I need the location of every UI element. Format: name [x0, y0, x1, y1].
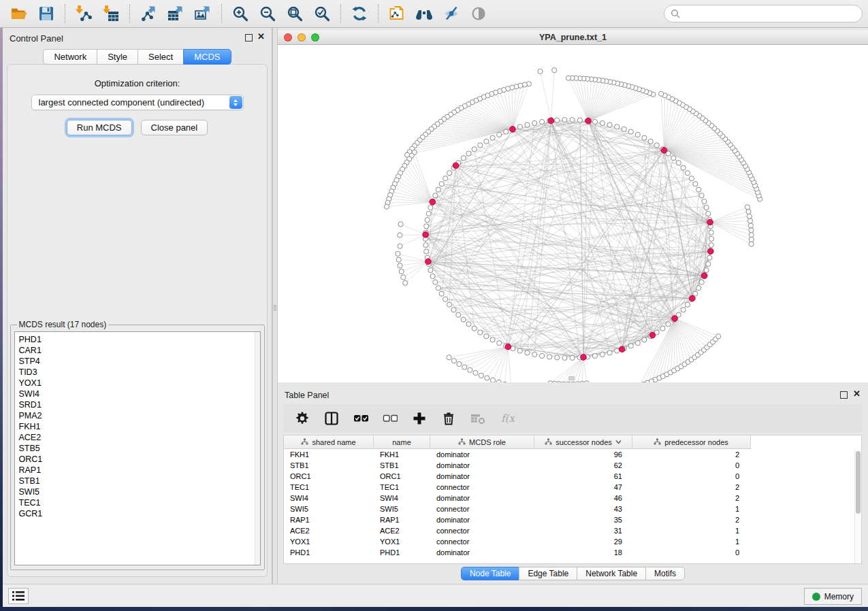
copy-document-share-button[interactable] [383, 2, 411, 25]
export-table-button[interactable] [162, 2, 189, 25]
close-panel-button[interactable]: Close panel [141, 120, 208, 135]
search-input[interactable] [684, 9, 856, 18]
vertical-splitter[interactable] [272, 28, 278, 584]
mcds-result-item[interactable]: PMA2 [19, 410, 253, 421]
horizontal-splitter-handle[interactable] [568, 376, 575, 380]
mcds-result-item[interactable]: SRD1 [19, 399, 253, 410]
mcds-result-item[interactable]: TEC1 [19, 497, 253, 508]
refresh-layout-button[interactable] [346, 2, 373, 25]
minimize-window-icon[interactable] [298, 33, 306, 42]
mcds-result-item[interactable]: SWI4 [19, 389, 253, 399]
mcds-result-item[interactable]: ACE2 [19, 432, 253, 443]
search-box[interactable] [664, 5, 863, 22]
mcds-result-list[interactable]: PHD1CAR1STP4TID3YOX1SWI4SRD1PMA2FKH1ACE2… [14, 331, 261, 565]
column-label: predecessor nodes [664, 438, 728, 446]
show-graphics-details-button[interactable] [465, 2, 492, 25]
network-canvas[interactable] [278, 45, 868, 382]
column-header-name[interactable]: name [374, 435, 430, 448]
table-scrollbar-thumb[interactable] [856, 451, 861, 514]
column-header-successor-nodes[interactable]: successor nodes [534, 435, 632, 448]
table-scrollbar[interactable] [854, 449, 861, 563]
table-row[interactable]: PHD1PHD1dominator180 [284, 547, 861, 558]
cell-predecessor-nodes: 2 [632, 494, 750, 502]
zoom-out-icon [259, 5, 276, 22]
select-all-button[interactable] [352, 410, 370, 427]
mcds-result-item[interactable]: RAP1 [19, 465, 253, 476]
import-network-button[interactable] [70, 2, 97, 25]
import-table-icon [102, 5, 120, 22]
export-network-button[interactable] [135, 2, 162, 25]
column-header-predecessor-nodes[interactable]: predecessor nodes [632, 435, 750, 448]
tab-select[interactable]: Select [138, 49, 184, 65]
deselect-all-button[interactable] [381, 410, 399, 427]
mcds-result-item[interactable]: SWI5 [19, 486, 253, 497]
table-row[interactable]: SWI5SWI5connector431 [284, 503, 861, 514]
mcds-result-item[interactable]: ORC1 [19, 454, 253, 465]
column-header-shared-name[interactable]: shared name [284, 435, 374, 448]
cell-shared-name: TEC1 [284, 483, 374, 491]
table-row[interactable]: FKH1FKH1dominator962 [284, 449, 861, 460]
vertical-splitter-handle[interactable] [274, 305, 276, 311]
memory-status-icon [812, 593, 820, 601]
delete-row-button[interactable] [440, 410, 457, 427]
mcds-result-item[interactable]: STP4 [19, 356, 253, 367]
memory-button[interactable]: Memory [804, 588, 862, 605]
tab-mcds[interactable]: MCDS [183, 49, 231, 65]
close-table-panel-icon[interactable]: ✕ [853, 389, 861, 399]
float-panel-icon[interactable] [245, 34, 253, 42]
close-window-icon[interactable] [284, 33, 292, 42]
mcds-result-item[interactable]: TID3 [19, 367, 253, 378]
table-row[interactable]: ORC1ORC1dominator610 [284, 471, 861, 482]
tab-edge-table[interactable]: Edge Table [519, 567, 577, 580]
tab-network[interactable]: Network [43, 49, 97, 65]
tab-style[interactable]: Style [97, 49, 138, 65]
network-window-titlebar[interactable]: YPA_prune.txt_1 [278, 31, 868, 45]
mcds-result-item[interactable]: CAR1 [19, 345, 253, 356]
mcds-result-item[interactable]: PHD1 [19, 334, 253, 345]
search-network-button[interactable] [411, 2, 438, 25]
task-history-button[interactable] [8, 588, 29, 604]
settings-gear-button[interactable] [293, 410, 311, 427]
maximize-window-icon[interactable] [311, 33, 319, 42]
mcds-result-item[interactable]: FKH1 [19, 421, 253, 432]
network-graph[interactable] [278, 45, 868, 382]
mcds-result-item[interactable]: STB5 [19, 443, 253, 454]
add-row-button[interactable] [411, 410, 428, 427]
export-image-button[interactable] [189, 2, 216, 25]
tab-network-table[interactable]: Network Table [577, 567, 646, 580]
zoom-in-button[interactable] [227, 2, 254, 25]
mcds-result-item[interactable]: YOX1 [19, 378, 253, 389]
table-row[interactable]: TEC1TEC1connector472 [284, 482, 861, 493]
show-columns-button[interactable] [323, 410, 340, 427]
zoom-selected-button[interactable] [308, 2, 336, 25]
column-type-icon [301, 438, 308, 446]
float-table-panel-icon[interactable] [840, 391, 848, 399]
cell-predecessor-nodes: 2 [632, 516, 750, 524]
run-mcds-button[interactable]: Run MCDS [67, 120, 132, 135]
column-header-mcds-role[interactable]: MCDS role [430, 435, 534, 448]
table-row[interactable]: YOX1YOX1connector291 [284, 536, 861, 547]
mcds-result-item[interactable]: STB1 [19, 476, 253, 486]
table-row[interactable]: STB1STB1dominator620 [284, 460, 861, 471]
open-file-button[interactable] [5, 2, 33, 25]
table-row[interactable]: RAP1RAP1dominator352 [284, 514, 861, 525]
cell-name: YOX1 [374, 538, 430, 546]
tab-motifs[interactable]: Motifs [645, 567, 685, 580]
cell-name: FKH1 [374, 450, 430, 459]
column-type-icon [654, 438, 661, 446]
table-row[interactable]: SWI4SWI4dominator462 [284, 493, 861, 503]
table-row[interactable]: ACE2ACE2connector311 [284, 525, 861, 536]
hide-graphics-details-button[interactable] [438, 2, 465, 25]
zoom-out-button[interactable] [254, 2, 281, 25]
cell-name: SWI5 [374, 505, 430, 513]
result-list-scrollbar[interactable] [255, 332, 260, 565]
import-table-button[interactable] [97, 2, 125, 25]
open-file-icon [10, 5, 28, 22]
mcds-result-item[interactable]: GCR1 [19, 508, 253, 519]
cell-successor-nodes: 29 [534, 538, 632, 546]
zoom-fit-button[interactable] [281, 2, 308, 25]
optimization-criterion-select[interactable]: largest connected component (undirected) [31, 95, 244, 110]
tab-node-table[interactable]: Node Table [461, 567, 520, 580]
save-session-button[interactable] [33, 2, 60, 25]
close-panel-icon[interactable]: ✕ [257, 32, 265, 42]
